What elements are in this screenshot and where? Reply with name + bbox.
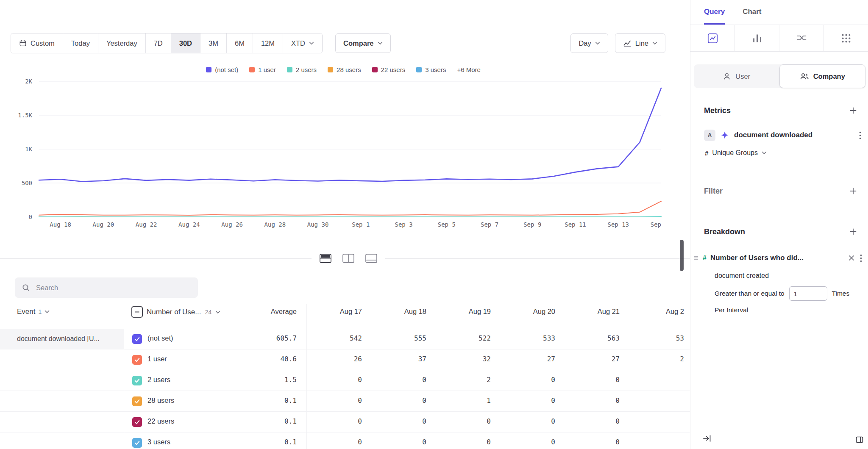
event-column-header[interactable]: Event 1 bbox=[17, 308, 50, 316]
breakdown-options-button[interactable] bbox=[859, 253, 863, 263]
legend-more[interactable]: +6 More bbox=[457, 66, 480, 73]
svg-text:1K: 1K bbox=[25, 146, 32, 152]
aggregation-selector[interactable]: # Unique Groups bbox=[690, 147, 868, 158]
table-row: 1 user 40.6 26373227272 bbox=[0, 349, 690, 370]
average-cell: 40.6 bbox=[237, 355, 297, 363]
series-checkbox[interactable] bbox=[132, 417, 142, 427]
add-metric-button[interactable] bbox=[848, 105, 859, 116]
breakdown-card-header: # Number of Users who did... bbox=[690, 252, 868, 264]
table-column-header[interactable]: Aug 20 bbox=[499, 308, 555, 316]
series-checkbox[interactable] bbox=[132, 376, 142, 385]
chart-style-button[interactable]: Line bbox=[615, 33, 665, 53]
series-label: 2 users bbox=[147, 376, 170, 384]
chart-type-grid-tab[interactable] bbox=[824, 25, 868, 51]
date-range-option[interactable]: 30D bbox=[171, 33, 200, 53]
user-toggle-label: User bbox=[735, 72, 750, 80]
check-icon bbox=[134, 398, 140, 405]
table-column-header[interactable]: Aug 17 bbox=[306, 308, 362, 316]
table-column-header[interactable]: Aug 21 bbox=[564, 308, 620, 316]
legend-item[interactable]: 22 users bbox=[372, 66, 406, 73]
metric-event-name: document downloaded bbox=[734, 131, 853, 139]
condition-label[interactable]: Greater than or equal to bbox=[715, 290, 785, 297]
plus-icon bbox=[849, 107, 857, 114]
date-range-label: 3M bbox=[209, 39, 218, 47]
legend-swatch-icon bbox=[328, 67, 333, 72]
bottom-panel-icon bbox=[365, 253, 378, 264]
breakdown-event-label[interactable]: document created bbox=[690, 272, 868, 280]
chart-type-flow-tab[interactable] bbox=[779, 25, 824, 51]
legend-item[interactable]: (not set) bbox=[206, 66, 238, 73]
tab-chart[interactable]: Chart bbox=[743, 0, 761, 25]
table-column-header[interactable]: Aug 19 bbox=[435, 308, 491, 316]
date-range-option[interactable]: Custom bbox=[11, 33, 63, 53]
number-property-icon: # bbox=[703, 254, 707, 262]
drag-handle-icon[interactable] bbox=[693, 255, 699, 261]
date-range-label: 7D bbox=[154, 39, 163, 47]
date-range-option[interactable]: Today bbox=[63, 33, 98, 53]
average-column-header[interactable]: Average bbox=[237, 308, 297, 316]
breakdown-property-name[interactable]: Number of Users who did... bbox=[710, 254, 844, 262]
search-input[interactable] bbox=[35, 283, 191, 292]
granularity-button[interactable]: Day bbox=[570, 33, 608, 53]
series-checkbox[interactable] bbox=[132, 334, 142, 344]
date-range-option[interactable]: 6M bbox=[227, 33, 253, 53]
layout-bottom-panel-button[interactable] bbox=[364, 252, 378, 265]
collapse-panel-button[interactable] bbox=[701, 433, 712, 444]
threshold-input[interactable] bbox=[789, 286, 827, 301]
vertical-scrollbar[interactable] bbox=[680, 240, 684, 271]
legend-item[interactable]: 2 users bbox=[287, 66, 317, 73]
value-cell: 0 bbox=[435, 438, 491, 446]
aggregation-label: Unique Groups bbox=[712, 149, 758, 157]
bar-chart-icon bbox=[751, 33, 763, 44]
legend-item[interactable]: 28 users bbox=[328, 66, 361, 73]
company-toggle-button[interactable]: Company bbox=[779, 64, 866, 88]
user-toggle-button[interactable]: User bbox=[694, 64, 779, 88]
layout-split-horizontal-button[interactable] bbox=[318, 252, 333, 265]
average-cell: 605.7 bbox=[237, 334, 297, 342]
date-range-option[interactable]: 7D bbox=[146, 33, 171, 53]
series-label: 28 users bbox=[147, 396, 174, 405]
per-interval-label[interactable]: Per Interval bbox=[690, 306, 868, 314]
table-column-header[interactable]: Aug 18 bbox=[370, 308, 426, 316]
series-column-header[interactable]: Number of Use... 24 bbox=[131, 306, 220, 318]
date-range-option[interactable]: 3M bbox=[200, 33, 227, 53]
chart-type-bar-tab[interactable] bbox=[735, 25, 779, 51]
metric-options-button[interactable] bbox=[858, 130, 862, 140]
event-list-item[interactable]: document downloaded [U... bbox=[0, 329, 124, 349]
add-breakdown-button[interactable] bbox=[848, 226, 859, 237]
compare-label: Compare bbox=[343, 39, 374, 47]
svg-text:Sep 3: Sep 3 bbox=[395, 221, 412, 228]
date-range-option[interactable]: Yesterday bbox=[98, 33, 146, 53]
value-cell: 0 bbox=[499, 376, 555, 384]
tab-query[interactable]: Query bbox=[704, 0, 725, 25]
legend-item[interactable]: 3 users bbox=[416, 66, 446, 73]
table-row: 28 users 0.1 00100 bbox=[0, 391, 690, 412]
select-all-checkbox[interactable] bbox=[131, 306, 143, 318]
line-chart[interactable]: 05001K1.5K2KAug 18Aug 20Aug 22Aug 24Aug … bbox=[13, 77, 665, 235]
series-checkbox[interactable] bbox=[132, 355, 142, 365]
kebab-icon bbox=[859, 131, 861, 139]
date-range-option[interactable]: XTD bbox=[283, 33, 322, 53]
table-column-header[interactable]: Aug 2 bbox=[628, 308, 684, 316]
calendar-icon bbox=[19, 39, 27, 47]
date-range-option[interactable]: 12M bbox=[253, 33, 283, 53]
series-checkbox[interactable] bbox=[132, 396, 142, 406]
entity-toggle: User Company bbox=[694, 64, 865, 88]
series-checkbox[interactable] bbox=[132, 438, 142, 448]
sidebar-toggle-button[interactable] bbox=[854, 435, 865, 445]
remove-breakdown-button[interactable] bbox=[848, 254, 855, 262]
legend-item[interactable]: 1 user bbox=[249, 66, 276, 73]
check-icon bbox=[134, 440, 140, 446]
compare-button[interactable]: Compare bbox=[335, 33, 391, 53]
series-label: 22 users bbox=[147, 417, 174, 425]
legend-swatch-icon bbox=[287, 67, 292, 72]
metric-item[interactable]: A document downloaded bbox=[690, 128, 868, 142]
layout-split-vertical-button[interactable] bbox=[341, 252, 356, 265]
add-filter-button[interactable] bbox=[848, 186, 859, 197]
number-type-icon: # bbox=[705, 150, 708, 157]
query-panel: Query Chart User Company Metrics bbox=[690, 0, 868, 449]
value-cell: 0 bbox=[370, 438, 426, 446]
chart-type-line-tab[interactable] bbox=[690, 25, 735, 51]
table-row: 2 users 1.5 00200 bbox=[0, 370, 690, 391]
date-range-label: XTD bbox=[291, 39, 305, 47]
